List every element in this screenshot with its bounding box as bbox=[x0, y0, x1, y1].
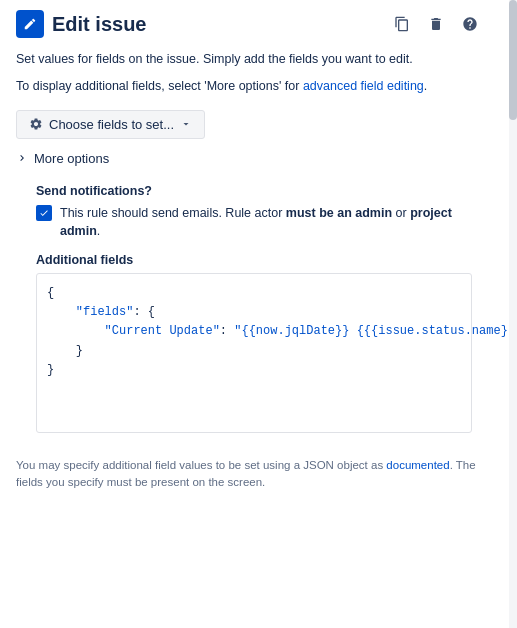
send-notifications-checkbox[interactable] bbox=[36, 205, 52, 221]
footer-text: You may specify additional field values … bbox=[16, 457, 484, 492]
edit-icon bbox=[16, 10, 44, 38]
help-button[interactable] bbox=[456, 10, 484, 38]
more-options-toggle[interactable]: More options bbox=[16, 151, 484, 166]
chevron-right-icon bbox=[16, 152, 28, 164]
chevron-down-icon bbox=[180, 118, 192, 130]
additional-fields-editor[interactable]: { "fields": { "Current Update": "{{now.j… bbox=[36, 273, 472, 433]
more-options-section: More options Send notifications? This ru… bbox=[16, 151, 484, 450]
page-title: Edit issue bbox=[52, 13, 146, 36]
checkbox-row: This rule should send emails. Rule actor… bbox=[36, 204, 472, 242]
more-options-content: Send notifications? This rule should sen… bbox=[24, 176, 484, 450]
copy-button[interactable] bbox=[388, 10, 416, 38]
delete-button[interactable] bbox=[422, 10, 450, 38]
description-line1: Set values for fields on the issue. Simp… bbox=[16, 50, 484, 69]
header-actions bbox=[388, 10, 484, 38]
description-line2: To display additional fields, select 'Mo… bbox=[16, 77, 484, 96]
additional-fields-label: Additional fields bbox=[36, 253, 472, 267]
documented-link[interactable]: documented bbox=[386, 459, 449, 471]
additional-fields-section: Additional fields { "fields": { "Current… bbox=[36, 253, 472, 433]
checkmark-icon bbox=[39, 208, 49, 218]
header-left: Edit issue bbox=[16, 10, 146, 38]
header: Edit issue bbox=[16, 10, 484, 38]
more-options-label: More options bbox=[34, 151, 109, 166]
checkbox-text: This rule should send emails. Rule actor… bbox=[60, 204, 472, 242]
gear-icon bbox=[29, 117, 43, 131]
choose-fields-button[interactable]: Choose fields to set... bbox=[16, 110, 205, 139]
notifications-section: Send notifications? This rule should sen… bbox=[36, 184, 472, 242]
notifications-label: Send notifications? bbox=[36, 184, 472, 198]
choose-fields-label: Choose fields to set... bbox=[49, 117, 174, 132]
advanced-field-link[interactable]: advanced field editing bbox=[303, 79, 424, 93]
